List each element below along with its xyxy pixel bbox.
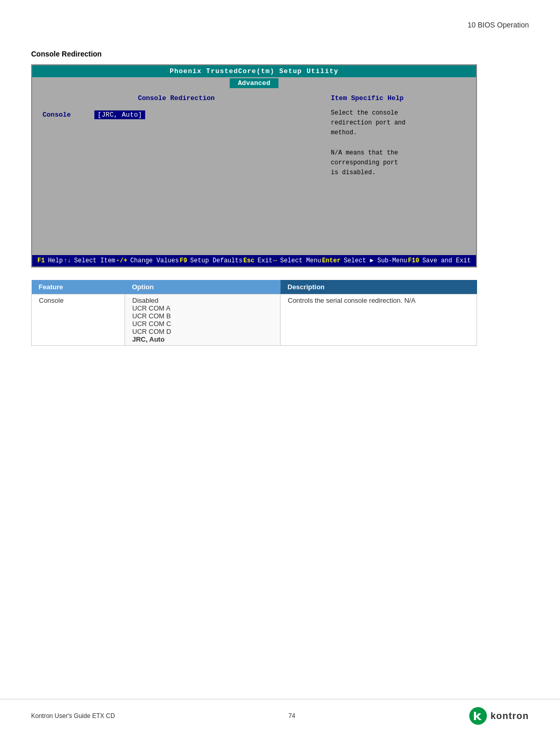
bios-left-panel: Console Redirection Console [JRC, Auto] [32, 94, 320, 255]
page-footer: Kontron User's Guide ETX CD 74 kontron [0, 699, 560, 725]
kontron-icon [469, 707, 487, 725]
bios-footer-f1: F1 Help [37, 257, 63, 264]
bios-help-text: Select the console redirection port and … [331, 108, 466, 178]
kontron-text: kontron [491, 711, 529, 722]
bios-footer: F1 Help ↑↓ Select Item -/+ Change Values… [32, 255, 476, 266]
bios-footer-f9: F9 Setup Defaults [179, 257, 242, 264]
footer-right: kontron [469, 707, 529, 725]
bios-desc-save-exit: Save and Exit [422, 257, 471, 264]
bios-footer-esc: Esc Exit [243, 257, 272, 264]
bios-key-minus-plus: -/+ [116, 257, 128, 264]
bios-help-header: Item Specific Help [331, 94, 466, 102]
option-ucr-com-d: UCR COM D [132, 328, 273, 335]
bios-footer-enter: Enter Select ► Sub-Menu [322, 257, 407, 264]
bios-key-enter: Enter [322, 257, 341, 264]
bios-desc-change-values: Change Values [130, 257, 179, 264]
col-option: Option [125, 280, 281, 294]
main-content: Console Redirection Phoenix TrustedCore(… [0, 39, 560, 356]
bios-desc-select-item: Select Item [74, 257, 115, 264]
table-header: Feature Option Description [32, 280, 477, 294]
feature-cell: Console [32, 294, 125, 346]
bios-key-f9: F9 [179, 257, 187, 264]
option-ucr-com-c: UCR COM C [132, 320, 273, 328]
bios-title-bar: Phoenix TrustedCore(tm) Setup Utility [32, 65, 476, 77]
bios-setting-row: Console [JRC, Auto] [43, 110, 310, 119]
option-ucr-com-b: UCR COM B [132, 312, 273, 320]
table-row: Console Disabled UCR COM A UCR COM B UCR… [32, 294, 477, 346]
bios-tab-advanced[interactable]: Advanced [230, 78, 278, 88]
bios-footer-arrows: ↑↓ Select Item [64, 257, 116, 264]
bios-desc-select-menu: Select Menu [280, 257, 321, 264]
option-ucr-com-a: UCR COM A [132, 304, 273, 312]
bios-key-f10: F10 [408, 257, 419, 264]
bios-console-label: Console [43, 111, 94, 119]
option-jrc-auto: JRC, Auto [132, 335, 273, 343]
bios-console-value[interactable]: [JRC, Auto] [94, 110, 145, 119]
bios-section-header: Console Redirection [43, 94, 310, 102]
bios-desc-help: Help [48, 257, 63, 264]
bios-key-arrows: ↑↓ [64, 257, 71, 264]
footer-guide-title: Kontron User's Guide ETX CD [31, 712, 115, 720]
section-title: Console Redirection [31, 50, 529, 58]
bios-tab-bar: Advanced [32, 77, 476, 89]
footer-page-number: 74 [288, 712, 295, 720]
description-cell: Controls the serial console redirection.… [281, 294, 477, 346]
bios-footer-f10: F10 Save and Exit [408, 257, 471, 264]
table-body: Console Disabled UCR COM A UCR COM B UCR… [32, 294, 477, 346]
bios-right-panel: Item Specific Help Select the console re… [320, 94, 476, 255]
bios-key-esc: Esc [243, 257, 255, 264]
option-cell: Disabled UCR COM A UCR COM B UCR COM C U… [125, 294, 281, 346]
bios-desc-setup-defaults: Setup Defaults [190, 257, 243, 264]
bios-screen: Phoenix TrustedCore(tm) Setup Utility Ad… [31, 64, 477, 268]
bios-body: Console Redirection Console [JRC, Auto] … [32, 89, 476, 255]
options-table: Feature Option Description Console Disab… [31, 280, 477, 346]
bios-desc-select-submenu: Select ► Sub-Menu [344, 257, 407, 264]
bios-footer-minus-plus: -/+ Change Values [116, 257, 179, 264]
kontron-logo: kontron [469, 707, 529, 725]
chapter-title: 10 BIOS Operation [468, 21, 529, 29]
bios-key-f1: F1 [37, 257, 45, 264]
col-description: Description [281, 280, 477, 294]
page-header: 10 BIOS Operation [0, 0, 560, 39]
option-disabled: Disabled [132, 297, 273, 304]
bios-footer-lr-arrows: ↔ Select Menu [273, 257, 321, 264]
bios-desc-exit: Exit [258, 257, 273, 264]
bios-key-lr-arrows: ↔ [273, 257, 277, 264]
col-feature: Feature [32, 280, 125, 294]
